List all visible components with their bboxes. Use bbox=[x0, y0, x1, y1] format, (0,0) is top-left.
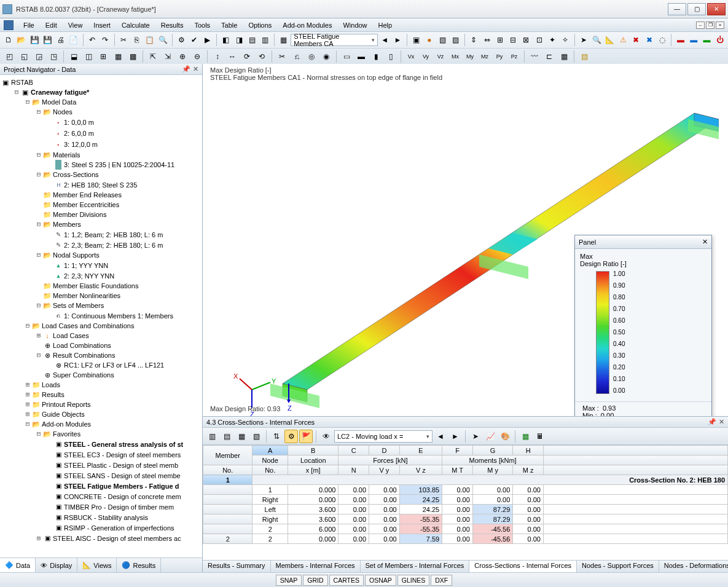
tree-load-cases[interactable]: Load Cases bbox=[53, 331, 89, 341]
tree-nonlinearities[interactable]: Member Nonlinearities bbox=[53, 291, 120, 301]
tb2-color-icon[interactable]: ▦ bbox=[557, 50, 571, 63]
tb-r5-icon[interactable]: ⇕ bbox=[468, 33, 480, 47]
tb2-h[interactable]: ⟲ bbox=[255, 50, 268, 63]
tb2-4[interactable]: ◳ bbox=[47, 50, 60, 63]
col-D[interactable]: D bbox=[369, 446, 400, 455]
tb2-def-icon[interactable]: 〰 bbox=[528, 50, 541, 63]
status-snap[interactable]: SNAP bbox=[276, 575, 302, 586]
rt-2[interactable]: ▤ bbox=[220, 430, 233, 443]
tree-node-3[interactable]: 3: 12,0,0 m bbox=[64, 140, 98, 149]
menu-window[interactable]: Window bbox=[338, 20, 372, 30]
rt-next-icon[interactable]: ► bbox=[448, 430, 462, 443]
menu-table[interactable]: Table bbox=[216, 20, 242, 30]
tb-r4-icon[interactable]: ▨ bbox=[450, 33, 461, 47]
menu-calculate[interactable]: Calculate bbox=[117, 20, 155, 30]
nav-tab-views[interactable]: 📐 Views bbox=[77, 558, 117, 572]
col-member[interactable]: Member bbox=[203, 446, 252, 465]
tree-support-1[interactable]: 1: 1; YYY YNN bbox=[64, 261, 108, 270]
tb2-vy[interactable]: Vy bbox=[419, 50, 432, 63]
tree-end-releases[interactable]: Member End Releases bbox=[53, 190, 122, 200]
tb2-i[interactable]: ✂ bbox=[275, 50, 289, 63]
tree-node-1[interactable]: 1: 0,0,0 m bbox=[64, 117, 94, 127]
tb2-k[interactable]: ◎ bbox=[305, 50, 318, 63]
tree-sets-of-members[interactable]: Sets of Members bbox=[53, 301, 104, 310]
tb2-pz[interactable]: Pz bbox=[507, 50, 521, 63]
maximize-button[interactable]: ▢ bbox=[687, 3, 706, 15]
minimize-button[interactable]: — bbox=[668, 3, 686, 15]
tb-pick-icon[interactable]: ➤ bbox=[578, 33, 590, 47]
tree-member-2[interactable]: 2: 2,3; Beam; 2: HEB 180; L: 6 m bbox=[64, 240, 163, 250]
menu-tools[interactable]: Tools bbox=[189, 20, 215, 30]
menu-edit[interactable]: Edit bbox=[41, 20, 62, 30]
tree-printout-reports[interactable]: Printout Reports bbox=[42, 400, 90, 409]
app-menu-icon[interactable] bbox=[4, 20, 14, 30]
tb-x2-icon[interactable]: ✖ bbox=[643, 33, 655, 47]
col-E[interactable]: E bbox=[399, 446, 442, 455]
tb2-n[interactable]: ▬ bbox=[354, 50, 368, 63]
tree-loads[interactable]: Loads bbox=[42, 380, 60, 390]
tb-print-icon[interactable]: 🖨 bbox=[55, 33, 66, 47]
status-grid[interactable]: GRID bbox=[303, 575, 327, 586]
nav-tab-display[interactable]: 👁 Display bbox=[36, 558, 77, 572]
tree-guide-objects[interactable]: Guide Objects bbox=[42, 409, 85, 419]
mdi-restore-button[interactable]: ❐ bbox=[706, 22, 714, 29]
tb-ico4[interactable]: ▥ bbox=[259, 33, 271, 47]
tree-elastic-foundations[interactable]: Member Elastic Foundations bbox=[53, 281, 138, 291]
menu-insert[interactable]: Insert bbox=[88, 20, 115, 30]
status-dxf[interactable]: DXF bbox=[431, 575, 452, 586]
status-cartes[interactable]: CARTES bbox=[329, 575, 364, 586]
tree-fav-steel[interactable]: STEEL - General stress analysis of st bbox=[64, 439, 183, 449]
tb-new-icon[interactable]: 🗋 bbox=[2, 33, 14, 47]
menu-options[interactable]: Options bbox=[243, 20, 276, 30]
tb-report-icon[interactable]: 📄 bbox=[68, 33, 79, 47]
tree-results[interactable]: Results bbox=[42, 390, 65, 400]
nav-tab-results[interactable]: 🔵 Results bbox=[117, 558, 161, 572]
tb2-table-icon[interactable]: ▤ bbox=[577, 50, 591, 63]
rt-chart-icon[interactable]: 📈 bbox=[483, 430, 497, 443]
tb-pane-icon[interactable]: ▦ bbox=[278, 33, 289, 47]
tb2-vx[interactable]: Vx bbox=[404, 50, 418, 63]
rt-show-icon[interactable]: 👁 bbox=[319, 430, 333, 443]
tb-prev-icon[interactable]: ◄ bbox=[379, 33, 391, 47]
status-glines[interactable]: GLINES bbox=[397, 575, 430, 586]
tb-r1-icon[interactable]: ▣ bbox=[410, 33, 422, 47]
tb-module-combo[interactable]: STEEL Fatigue Members CA bbox=[291, 34, 377, 46]
tb2-3[interactable]: ◲ bbox=[32, 50, 45, 63]
tb2-j[interactable]: ⎌ bbox=[290, 50, 303, 63]
tb-r3-icon[interactable]: ▧ bbox=[436, 33, 448, 47]
tb-flag-r-icon[interactable]: ▬ bbox=[675, 33, 686, 47]
tb-measure-icon[interactable]: 📐 bbox=[604, 33, 616, 47]
tb-r6-icon[interactable]: ⇔ bbox=[481, 33, 493, 47]
tb-open-icon[interactable]: 📂 bbox=[15, 33, 27, 47]
tb-calc-icon[interactable]: ⚙ bbox=[176, 33, 187, 47]
col-F[interactable]: F bbox=[442, 446, 473, 455]
tb2-xy-icon[interactable]: ⊞ bbox=[96, 50, 110, 63]
results-table[interactable]: Member A B C D E F G H Node Location bbox=[203, 445, 728, 544]
3d-viewport[interactable]: Max Design Ratio [-] STEEL Fatigue Membe… bbox=[203, 64, 728, 572]
tree-root[interactable]: RSTAB bbox=[11, 77, 33, 87]
tb2-b[interactable]: ⇲ bbox=[161, 50, 174, 63]
menu-view[interactable]: View bbox=[63, 20, 88, 30]
tree-eccentricities[interactable]: Member Eccentricities bbox=[53, 200, 119, 210]
tb2-iso-icon[interactable]: ⬓ bbox=[67, 50, 80, 63]
rt-pick-icon[interactable]: ➤ bbox=[469, 430, 482, 443]
tb-redo-icon[interactable]: ↷ bbox=[100, 33, 111, 47]
col-H[interactable]: H bbox=[513, 446, 544, 455]
col-C[interactable]: C bbox=[339, 446, 369, 455]
tb2-py[interactable]: Py bbox=[493, 50, 506, 63]
rtab-summary[interactable]: Results - Summary bbox=[203, 561, 271, 572]
tb2-m[interactable]: ▭ bbox=[340, 50, 353, 63]
tree-nodal-supports[interactable]: Nodal Supports bbox=[53, 250, 100, 260]
tb2-mx[interactable]: Mx bbox=[448, 50, 462, 63]
col-B[interactable]: B bbox=[288, 446, 338, 455]
tb-save-icon[interactable]: 💾 bbox=[29, 33, 41, 47]
tb2-g[interactable]: ⟳ bbox=[240, 50, 254, 63]
tb-next-icon[interactable]: ► bbox=[392, 33, 404, 47]
tree-fav-sans[interactable]: STEEL SANS - Design of steel membe bbox=[64, 471, 181, 481]
rt-prev-icon[interactable]: ◄ bbox=[434, 430, 447, 443]
tree-aisc[interactable]: STEEL AISC - Design of steel members ac bbox=[53, 534, 181, 543]
tb-x1-icon[interactable]: ✖ bbox=[630, 33, 642, 47]
tb2-mz[interactable]: Mz bbox=[478, 50, 491, 63]
tb-run-icon[interactable]: ▶ bbox=[202, 33, 213, 47]
tree-project[interactable]: Craneway fatigue* bbox=[31, 87, 89, 97]
